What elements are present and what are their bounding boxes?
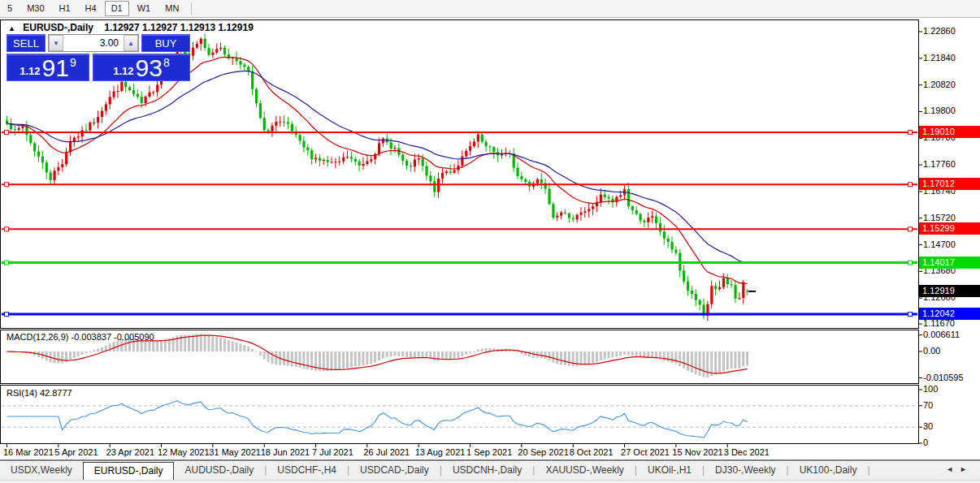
line-handle[interactable] bbox=[5, 183, 9, 187]
macd-histogram-bar bbox=[61, 351, 63, 363]
macd-histogram-bar bbox=[588, 351, 590, 364]
candle-down bbox=[516, 168, 518, 176]
candle-down bbox=[631, 206, 634, 210]
buy-price-display[interactable]: 1.12 93 8 bbox=[93, 54, 190, 81]
candle-down bbox=[306, 148, 309, 150]
candle-up bbox=[61, 164, 63, 167]
candle-down bbox=[548, 188, 550, 204]
line-handle[interactable] bbox=[5, 313, 9, 317]
candle-up bbox=[596, 202, 598, 207]
macd-histogram-bar bbox=[683, 351, 685, 369]
tab-scroll-left-icon[interactable]: ◄ bbox=[946, 465, 960, 473]
line-handle[interactable] bbox=[5, 227, 9, 231]
macd-histogram-bar bbox=[97, 348, 99, 351]
candle-down bbox=[627, 189, 630, 206]
macd-histogram-bar bbox=[418, 351, 420, 357]
candle-down bbox=[640, 214, 642, 221]
date-label: 3 Dec 2021 bbox=[724, 447, 770, 457]
candle-up bbox=[441, 173, 444, 179]
macd-histogram-bar bbox=[742, 351, 744, 366]
price-tick-label: 1.15720 bbox=[923, 213, 956, 222]
bottom-tab-dj30-[interactable]: DJ30-,Weekly bbox=[705, 462, 786, 480]
macd-histogram-bar bbox=[746, 351, 748, 365]
sell-price-prefix: 1.12 bbox=[20, 65, 40, 77]
rsi-tick-label: 100 bbox=[923, 384, 938, 394]
macd-histogram-bar bbox=[393, 351, 396, 356]
macd-histogram-bar bbox=[679, 351, 681, 366]
collapse-chart-icon[interactable]: ▲ bbox=[8, 24, 15, 32]
bottom-tab-xauusd-[interactable]: XAUUSD-,Weekly bbox=[535, 462, 634, 480]
line-handle[interactable] bbox=[908, 130, 913, 134]
candle-up bbox=[461, 157, 463, 166]
bottom-tab-ukoil-[interactable]: UKOil-,H1 bbox=[637, 462, 702, 480]
macd-histogram-bar bbox=[579, 351, 582, 365]
price-level-label[interactable]: 1.19010 bbox=[919, 126, 980, 138]
line-handle[interactable] bbox=[5, 130, 9, 134]
candle-down bbox=[223, 48, 226, 54]
macd-histogram-bar bbox=[382, 351, 384, 359]
macd-histogram-bar bbox=[370, 351, 372, 364]
candle-down bbox=[263, 118, 266, 130]
price-level-label[interactable]: 1.12042 bbox=[919, 308, 980, 320]
tab-scroll-right-icon[interactable]: ► bbox=[960, 465, 973, 473]
candle-down bbox=[287, 123, 289, 124]
bottom-tab-eurusd-[interactable]: EURUSD-,Daily bbox=[83, 462, 175, 480]
macd-histogram-bar bbox=[346, 351, 349, 368]
candle-up bbox=[418, 158, 420, 159]
candle-down bbox=[14, 129, 16, 130]
candle-down bbox=[128, 87, 131, 90]
macd-histogram-bar bbox=[243, 345, 245, 351]
price-level-label[interactable]: 1.15299 bbox=[919, 222, 980, 235]
candle-up bbox=[338, 162, 340, 162]
macd-histogram-bar bbox=[386, 351, 388, 357]
candle-down bbox=[283, 122, 285, 123]
bottom-tab-usdcad-[interactable]: USDCAD-,Daily bbox=[349, 462, 440, 480]
candle-down bbox=[251, 71, 254, 89]
volume-increase-button[interactable]: ▲ bbox=[124, 35, 138, 51]
buy-button[interactable]: BUY bbox=[141, 34, 190, 52]
rsi-tick-label: 70 bbox=[923, 400, 933, 410]
candle-down bbox=[731, 284, 733, 285]
price-tick-label: 1.20820 bbox=[923, 80, 956, 89]
candle-down bbox=[655, 216, 657, 222]
price-level-label[interactable]: 1.17012 bbox=[919, 178, 980, 190]
macd-histogram-bar bbox=[695, 351, 697, 374]
line-handle[interactable] bbox=[908, 261, 913, 265]
candle-up bbox=[742, 282, 744, 298]
one-click-trading-panel: SELL ▼ 3.00 ▲ BUY 1.12 91 9 1.12 93 8 bbox=[7, 34, 190, 81]
sell-button[interactable]: SELL bbox=[7, 34, 46, 52]
price-tick-label: 1.22860 bbox=[923, 26, 956, 36]
macd-histogram-bar bbox=[485, 348, 488, 351]
line-handle[interactable] bbox=[5, 261, 9, 265]
bottom-tab-usdx[interactable]: USDX,Weekly bbox=[0, 462, 83, 480]
candle-up bbox=[342, 157, 345, 162]
candle-down bbox=[687, 282, 689, 291]
volume-input[interactable]: 3.00 bbox=[63, 35, 124, 51]
status-bar bbox=[0, 480, 980, 483]
macd-histogram-bar bbox=[663, 351, 666, 360]
candle-up bbox=[722, 278, 725, 287]
macd-histogram-bar bbox=[461, 351, 463, 356]
bottom-tab-audusd-[interactable]: AUDUSD-,Daily bbox=[174, 462, 264, 480]
candle-up bbox=[445, 171, 448, 173]
line-handle[interactable] bbox=[908, 227, 913, 231]
bottom-tab-usdcnh-[interactable]: USDCNH-,Daily bbox=[442, 462, 532, 480]
bottom-tab-uk100-[interactable]: UK100-,Daily bbox=[789, 462, 868, 480]
candle-up bbox=[556, 216, 558, 218]
candle-down bbox=[674, 250, 677, 253]
price-level-label[interactable]: 1.14017 bbox=[919, 257, 980, 269]
line-handle[interactable] bbox=[908, 183, 913, 187]
macd-indicator-label: MACD(12,26,9) -0.003837 -0.005090 bbox=[7, 332, 154, 342]
trade-controls-row: SELL ▼ 3.00 ▲ BUY bbox=[7, 34, 190, 52]
macd-histogram-bar bbox=[283, 351, 285, 365]
macd-histogram-bar bbox=[338, 351, 340, 369]
volume-decrease-button[interactable]: ▼ bbox=[49, 35, 63, 51]
macd-histogram-bar bbox=[57, 351, 59, 364]
line-handle[interactable] bbox=[908, 313, 913, 317]
candle-down bbox=[433, 181, 436, 192]
macd-histogram-bar bbox=[731, 351, 733, 369]
sell-price-display[interactable]: 1.12 91 9 bbox=[7, 54, 89, 81]
macd-tick-label: 0.00 bbox=[923, 346, 940, 356]
bottom-tab-usdchf-[interactable]: USDCHF-,H4 bbox=[267, 462, 347, 480]
candle-up bbox=[615, 197, 618, 203]
